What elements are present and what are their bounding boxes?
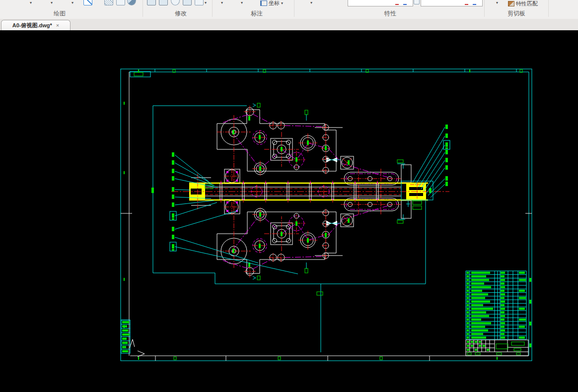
draw-flyout-caret-3[interactable]: ▾ bbox=[72, 0, 73, 5]
properties-flyout-caret[interactable]: ▾ bbox=[310, 0, 312, 5]
match-properties-icon bbox=[508, 1, 514, 6]
draw-flyout-caret-2[interactable]: ▾ bbox=[51, 0, 53, 5]
drawing-tab[interactable]: A0-俯视图.dwg* × bbox=[1, 20, 71, 31]
lineweight-icon[interactable] bbox=[414, 0, 420, 4]
machine-lower-half bbox=[217, 192, 411, 280]
gradient-tool-icon[interactable] bbox=[127, 0, 136, 5]
panel-divider bbox=[548, 0, 549, 17]
app-window: { "ribbon": { "panels": [ {"label": "绘图"… bbox=[0, 0, 578, 392]
annotate-flyout-caret-1[interactable]: ▾ bbox=[221, 0, 223, 5]
panel-divider bbox=[294, 0, 294, 17]
cad-drawing[interactable] bbox=[0, 30, 578, 392]
linetype-blue-mark bbox=[403, 4, 407, 5]
modify-flyout-caret[interactable]: ▾ bbox=[205, 0, 207, 5]
border-zone-marks bbox=[124, 69, 531, 361]
color-combobox[interactable] bbox=[348, 0, 413, 6]
region-tool-icon[interactable] bbox=[116, 0, 125, 5]
panel-divider bbox=[484, 0, 485, 17]
sheet-frame bbox=[121, 69, 532, 361]
bom-table bbox=[466, 271, 526, 339]
fillet-tool-icon[interactable] bbox=[159, 0, 168, 5]
rotate-tool-icon[interactable] bbox=[171, 0, 180, 5]
panel-label-properties: 特性 bbox=[384, 9, 396, 18]
coordinates-icon bbox=[260, 0, 267, 6]
title-block bbox=[466, 340, 528, 356]
ribbon: ▾ ▾ ▾ ▾ ▾ ▾ 坐标 ▾ ▾ ▾ 特性匹配 绘图 修改 标注 特性 剪切… bbox=[0, 0, 578, 19]
projection-arrows bbox=[130, 339, 144, 357]
panel-label-draw: 绘图 bbox=[54, 9, 66, 18]
match-properties-button[interactable]: 特性匹配 bbox=[508, 0, 538, 7]
clipboard-flyout-caret[interactable]: ▾ bbox=[496, 0, 498, 5]
linetype-combobox[interactable] bbox=[421, 0, 483, 6]
panel-label-annotate: 标注 bbox=[251, 9, 263, 18]
model-space-canvas[interactable] bbox=[0, 30, 578, 392]
hatch-tool-icon[interactable] bbox=[104, 0, 113, 5]
conveyor-beam bbox=[171, 174, 449, 209]
linetype-blue-mark-2 bbox=[473, 4, 476, 5]
panel-divider bbox=[212, 0, 213, 17]
machine-upper-half bbox=[217, 103, 411, 192]
annotate-flyout-caret-2[interactable]: ▾ bbox=[241, 0, 243, 5]
draw-flyout-caret-1[interactable]: ▾ bbox=[30, 0, 32, 5]
edit-tool-icon[interactable] bbox=[195, 0, 204, 5]
drawing-tab-label: A0-俯视图.dwg* bbox=[12, 22, 52, 29]
tab-close-icon[interactable]: × bbox=[56, 23, 59, 28]
linetype-red-mark bbox=[395, 4, 399, 5]
linetype-red-mark-2 bbox=[465, 4, 468, 5]
file-tab-bar: A0-俯视图.dwg* × bbox=[0, 19, 578, 30]
panel-label-modify: 修改 bbox=[175, 9, 187, 18]
panel-label-clipboard: 剪切板 bbox=[507, 9, 525, 18]
array-tool-icon[interactable] bbox=[183, 0, 192, 5]
line-tool-icon[interactable] bbox=[83, 0, 92, 5]
move-tool-icon[interactable] bbox=[147, 0, 156, 5]
panel-divider bbox=[143, 0, 143, 17]
coordinates-button[interactable]: 坐标 ▾ bbox=[260, 0, 283, 7]
revision-strip bbox=[121, 320, 130, 353]
